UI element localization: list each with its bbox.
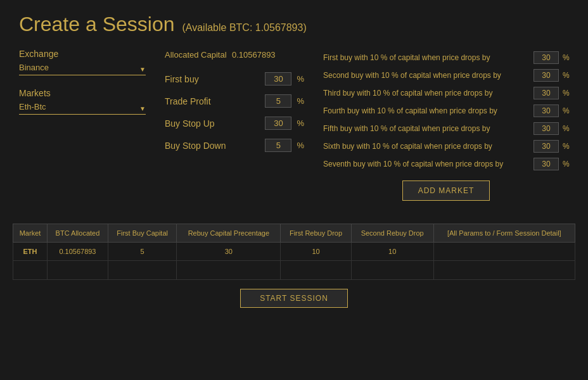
trade-profit-label: Trade Profit bbox=[165, 96, 260, 106]
empty-cell-first-drop bbox=[281, 261, 351, 280]
buy-stop-down-row: Buy Stop Down % bbox=[165, 139, 304, 152]
buy-stop-down-label: Buy Stop Down bbox=[165, 141, 260, 151]
empty-cell-rebuy-pct bbox=[177, 261, 281, 280]
cell-btc: 0.10567893 bbox=[48, 243, 108, 261]
buy-stop-down-pct: % bbox=[297, 141, 304, 150]
buy-stop-up-input[interactable] bbox=[265, 117, 291, 130]
col-first-rebuy-drop: First Rebuy Drop bbox=[281, 224, 351, 243]
page-header: Create a Session (Available BTC: 1.05678… bbox=[0, 0, 588, 42]
buy-row-second-pct: % bbox=[563, 71, 569, 80]
buy-row-fourth-label: Fourth buy with 10 % of capital when pri… bbox=[323, 106, 530, 115]
col-second-rebuy-drop: Second Rebuy Drop bbox=[351, 224, 433, 243]
empty-cell-market bbox=[13, 261, 48, 280]
buy-row-first-input[interactable] bbox=[534, 51, 559, 64]
buy-row-third-pct: % bbox=[563, 89, 569, 98]
page-title: Create a Session bbox=[19, 13, 174, 36]
start-session-button[interactable]: START SESSION bbox=[240, 289, 348, 308]
col-all-params: [All Params to / Form Session Detail] bbox=[433, 224, 575, 243]
cell-first-buy: 5 bbox=[108, 243, 177, 261]
buy-row-sixth-input[interactable] bbox=[534, 140, 559, 153]
session-table: Market BTC Allocated First Buy Capital R… bbox=[13, 224, 575, 280]
buy-row-fifth-input[interactable] bbox=[534, 122, 559, 135]
main-content: Exchange Binance Kraken Coinbase ▼ Marke… bbox=[0, 42, 588, 211]
buy-row-first: First buy with 10 % of capital when pric… bbox=[323, 51, 569, 64]
buy-row-third-input[interactable] bbox=[534, 87, 559, 99]
cell-params bbox=[433, 243, 575, 261]
buy-row-second-label: Second buy with 10 % of capital when pri… bbox=[323, 71, 530, 80]
col-market: Market bbox=[13, 224, 48, 243]
first-buy-label: First buy bbox=[165, 74, 260, 84]
buy-row-seventh-label: Seventh buy with 10 % of capital when pr… bbox=[323, 160, 530, 168]
table-row-empty bbox=[13, 261, 575, 280]
trade-profit-pct: % bbox=[297, 96, 304, 106]
col-btc-allocated: BTC Allocated bbox=[48, 224, 108, 243]
buy-row-sixth: Sixth buy with 10 % of capital when pric… bbox=[323, 140, 569, 153]
buy-row-sixth-pct: % bbox=[563, 142, 569, 151]
buy-row-fourth-input[interactable] bbox=[534, 104, 559, 117]
buy-row-fourth: Fourth buy with 10 % of capital when pri… bbox=[323, 104, 569, 117]
buy-row-third: Third buy with 10 % of capital when pric… bbox=[323, 87, 569, 99]
buy-rows-container: First buy with 10 % of capital when pric… bbox=[323, 51, 569, 170]
buy-row-second-input[interactable] bbox=[534, 69, 559, 82]
buy-row-third-label: Third buy with 10 % of capital when pric… bbox=[323, 89, 530, 98]
col-first-buy-capital: First Buy Capital bbox=[108, 224, 177, 243]
buy-row-seventh: Seventh buy with 10 % of capital when pr… bbox=[323, 158, 569, 170]
market-dropdown-wrapper: Eth-Btc Ltc-Btc Xrp-Btc ▼ bbox=[19, 102, 146, 115]
right-panel: First buy with 10 % of capital when pric… bbox=[323, 42, 569, 211]
trade-profit-row: Trade Profit % bbox=[165, 94, 304, 108]
buy-row-sixth-label: Sixth buy with 10 % of capital when pric… bbox=[323, 142, 530, 151]
buy-row-first-label: First buy with 10 % of capital when pric… bbox=[323, 53, 530, 62]
table-row: ETH 0.10567893 5 30 10 10 bbox=[13, 243, 575, 261]
left-panel: Exchange Binance Kraken Coinbase ▼ Marke… bbox=[19, 42, 146, 211]
market-select[interactable]: Eth-Btc Ltc-Btc Xrp-Btc bbox=[19, 102, 146, 111]
cell-first-drop: 10 bbox=[281, 243, 351, 261]
buy-row-fifth-label: Fifth buy with 10 % of capital when pric… bbox=[323, 124, 530, 133]
empty-cell-first-buy bbox=[108, 261, 177, 280]
empty-cell-params bbox=[433, 261, 575, 280]
first-buy-row: First buy % bbox=[165, 72, 304, 86]
buy-row-fifth-pct: % bbox=[563, 124, 569, 133]
first-buy-input[interactable] bbox=[265, 72, 291, 86]
buy-row-seventh-pct: % bbox=[563, 160, 569, 168]
exchange-label: Exchange bbox=[19, 49, 146, 59]
buy-row-fourth-pct: % bbox=[563, 106, 569, 115]
buy-stop-down-input[interactable] bbox=[265, 139, 291, 152]
middle-panel: Allocated Capital 0.10567893 First buy %… bbox=[165, 42, 304, 211]
trade-profit-input[interactable] bbox=[265, 94, 291, 108]
buy-stop-up-row: Buy Stop Up % bbox=[165, 117, 304, 130]
table-header-row: Market BTC Allocated First Buy Capital R… bbox=[13, 224, 575, 243]
allocated-capital-value: 0.10567893 bbox=[232, 50, 276, 60]
empty-cell-btc bbox=[48, 261, 108, 280]
first-buy-pct: % bbox=[297, 74, 304, 84]
buy-row-first-pct: % bbox=[563, 53, 569, 62]
markets-label: Markets bbox=[19, 88, 146, 98]
available-btc: (Available BTC: 1.0567893) bbox=[182, 22, 306, 34]
table-section: Market BTC Allocated First Buy Capital R… bbox=[0, 224, 588, 280]
add-market-button[interactable]: ADD MARKET bbox=[402, 180, 490, 201]
col-rebuy-pct: Rebuy Capital Precentage bbox=[177, 224, 281, 243]
allocated-capital: Allocated Capital 0.10567893 bbox=[165, 49, 304, 60]
exchange-dropdown-wrapper: Binance Kraken Coinbase ▼ bbox=[19, 63, 146, 75]
buy-row-fifth: Fifth buy with 10 % of capital when pric… bbox=[323, 122, 569, 135]
cell-market: ETH bbox=[13, 243, 48, 261]
empty-cell-second-drop bbox=[351, 261, 433, 280]
buy-stop-up-pct: % bbox=[297, 118, 304, 128]
buy-row-second: Second buy with 10 % of capital when pri… bbox=[323, 69, 569, 82]
exchange-select[interactable]: Binance Kraken Coinbase bbox=[19, 63, 146, 72]
cell-rebuy-pct: 30 bbox=[177, 243, 281, 261]
allocated-capital-label: Allocated Capital bbox=[165, 50, 227, 60]
buy-stop-up-label: Buy Stop Up bbox=[165, 118, 260, 129]
cell-second-drop: 10 bbox=[351, 243, 433, 261]
buy-row-seventh-input[interactable] bbox=[534, 158, 559, 170]
